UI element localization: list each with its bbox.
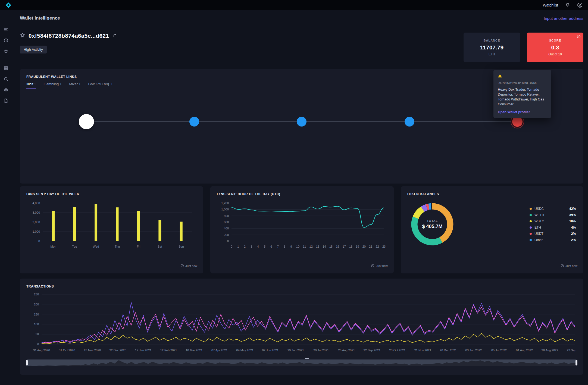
pie-chart-icon[interactable] <box>0 35 12 46</box>
warning-icon <box>498 74 502 78</box>
svg-text:600: 600 <box>224 220 229 224</box>
svg-text:0: 0 <box>231 245 232 248</box>
updated-text: Just now <box>186 264 197 267</box>
legend-dot <box>530 226 532 229</box>
token-legend: USDC42%WETH39%WBTC10%ETH4%USDT2%Other2% <box>530 207 576 242</box>
grid-icon[interactable] <box>0 63 12 74</box>
svg-text:7: 7 <box>277 245 279 248</box>
svg-text:20: 20 <box>362 245 366 248</box>
star-icon[interactable] <box>0 46 12 57</box>
fraud-tab-mixer[interactable]: Mixer1 <box>69 82 80 89</box>
svg-text:12 Feb 2021: 12 Feb 2021 <box>160 349 177 352</box>
txns-hour-chart: 02004006008001,0001,20001234567891011121… <box>216 200 388 253</box>
brush-handle-left[interactable] <box>26 360 28 365</box>
tooltip-address: 0x079667f4f7a0b440ad...0758 <box>498 81 547 84</box>
bell-icon[interactable] <box>565 3 570 8</box>
transactions-title: TRANSACTIONS <box>26 285 577 288</box>
risk-tooltip: 0x079667f4f7a0b440ad...0758 Heavy Dex Tr… <box>493 70 551 118</box>
svg-text:10: 10 <box>296 245 299 248</box>
last-updated: Just now <box>407 264 577 267</box>
legend-item-weth: WETH39% <box>530 213 576 217</box>
legend-pct: 10% <box>569 219 576 223</box>
svg-text:18: 18 <box>349 245 352 248</box>
menu-icon[interactable] <box>0 24 12 35</box>
search-icon[interactable] <box>0 74 12 84</box>
svg-text:16: 16 <box>336 245 339 248</box>
file-icon[interactable] <box>0 95 12 106</box>
svg-text:21: 21 <box>369 245 372 248</box>
brush-handle-right[interactable] <box>576 360 577 365</box>
clock-icon <box>561 264 564 267</box>
svg-text:04 May 2021: 04 May 2021 <box>236 349 254 352</box>
fraud-tab-gambling[interactable]: Gambling1 <box>44 82 62 89</box>
svg-text:10 Mar 2021: 10 Mar 2021 <box>186 349 202 352</box>
legend-label: USDT <box>534 232 568 236</box>
time-range-brush[interactable] <box>26 359 577 366</box>
svg-text:13: 13 <box>316 245 319 248</box>
svg-text:22 Sep 2021: 22 Sep 2021 <box>364 349 380 352</box>
txns-day-card: TXNS SENT: DAY OF THE WEEK 01,0002,0003,… <box>20 186 203 273</box>
legend-item-usdt: USDT2% <box>530 232 576 236</box>
svg-text:Mon: Mon <box>51 245 56 248</box>
app-logo-icon[interactable] <box>5 2 11 8</box>
fraud-tab-low-kyc-req-[interactable]: Low KYC req.1 <box>88 82 112 89</box>
svg-text:4: 4 <box>257 245 259 248</box>
svg-text:1: 1 <box>237 245 239 248</box>
wallet-node-intermediary[interactable] <box>405 117 414 127</box>
svg-text:200: 200 <box>34 303 39 306</box>
user-icon[interactable] <box>577 2 583 8</box>
eye-icon[interactable] <box>0 84 12 95</box>
updated-text: Just now <box>376 264 388 267</box>
legend-pct: 2% <box>571 232 576 236</box>
legend-dot <box>530 214 532 216</box>
svg-text:5: 5 <box>264 245 265 248</box>
legend-label: WETH <box>534 213 567 217</box>
copy-address-icon[interactable] <box>112 33 117 39</box>
watchlist-link[interactable]: Watchlist <box>543 3 558 7</box>
svg-text:Wed: Wed <box>93 245 99 248</box>
legend-dot <box>530 239 532 241</box>
svg-text:4,000: 4,000 <box>32 201 40 205</box>
clock-icon <box>371 264 374 267</box>
legend-label: Other <box>534 238 568 242</box>
legend-dot <box>530 233 532 235</box>
svg-text:07 Apr 2021: 07 Apr 2021 <box>211 349 227 352</box>
input-another-address-link[interactable]: Input another address <box>544 16 583 21</box>
svg-text:200: 200 <box>224 233 229 236</box>
wallet-intelligence-page: Watchlist <box>0 0 588 385</box>
svg-text:17: 17 <box>343 245 346 248</box>
svg-text:02 Jun 2021: 02 Jun 2021 <box>262 349 279 352</box>
svg-text:17 Jan 2021: 17 Jan 2021 <box>135 349 152 352</box>
svg-text:29 Jul 2021: 29 Jul 2021 <box>313 349 329 352</box>
svg-text:21 Nov 2021: 21 Nov 2021 <box>414 349 431 352</box>
header-divider <box>20 26 583 26</box>
svg-text:28 Aug 2022: 28 Aug 2022 <box>542 349 558 352</box>
svg-text:15: 15 <box>329 245 333 248</box>
svg-text:Tue: Tue <box>72 245 77 248</box>
svg-text:25 Aug 2021: 25 Aug 2021 <box>338 349 355 352</box>
svg-text:150: 150 <box>34 313 39 316</box>
txns-day-title: TXNS SENT: DAY OF THE WEEK <box>26 192 197 196</box>
brush-marker[interactable] <box>305 358 309 359</box>
legend-item-other: Other2% <box>530 238 576 242</box>
svg-text:22 Dec 2020: 22 Dec 2020 <box>109 349 126 352</box>
wallet-node-source[interactable] <box>79 114 94 129</box>
tooltip-description: Heavy Dex Trader, Tornado Depositor, Tor… <box>498 87 547 107</box>
score-info-icon[interactable] <box>577 35 581 40</box>
legend-item-eth: ETH4% <box>530 226 576 229</box>
clock-icon <box>180 264 184 267</box>
svg-text:6: 6 <box>270 245 272 248</box>
legend-pct: 42% <box>569 207 576 211</box>
favorite-star-icon[interactable] <box>20 33 25 39</box>
fraud-tab-illicit[interactable]: Illicit1 <box>26 82 36 89</box>
updated-text: Just now <box>566 264 577 267</box>
open-wallet-profiler-link[interactable]: Open Wallet profiler <box>498 110 547 114</box>
token-balances-title: TOKEN BALANCES <box>407 192 577 196</box>
svg-text:31 Oct 2020: 31 Oct 2020 <box>59 349 75 352</box>
wallet-summary: 0xf584f8728b874a6a5c...d621 High Activit… <box>20 33 583 62</box>
svg-text:0: 0 <box>38 239 40 243</box>
wallet-node-flagged[interactable] <box>512 116 523 127</box>
wallet-node-intermediary[interactable] <box>297 117 306 127</box>
main-content: Wallet Intelligence Input another addres… <box>12 10 588 385</box>
wallet-node-intermediary[interactable] <box>189 117 199 127</box>
